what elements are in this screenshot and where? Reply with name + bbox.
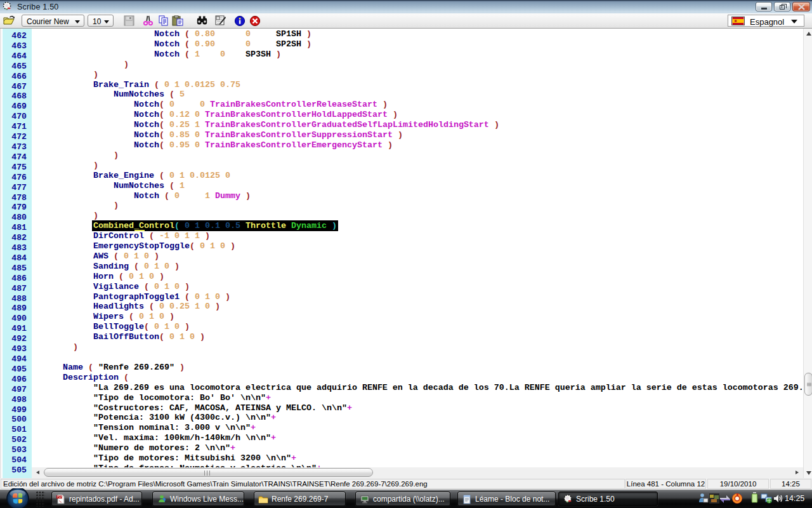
svg-text:PDF: PDF [57,495,63,498]
